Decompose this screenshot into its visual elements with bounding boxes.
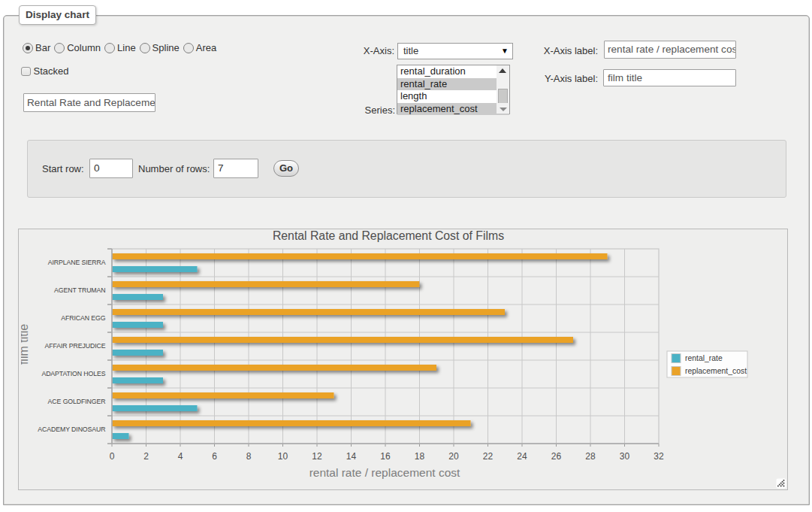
svg-text:0: 0 xyxy=(110,451,115,462)
svg-text:18: 18 xyxy=(415,451,425,462)
svg-text:Rental Rate and Replacement Co: Rental Rate and Replacement Cost of Film… xyxy=(273,229,504,242)
svg-text:ACE GOLDFINGER: ACE GOLDFINGER xyxy=(48,398,106,405)
svg-text:32: 32 xyxy=(654,451,664,462)
svg-text:10: 10 xyxy=(278,451,288,462)
svg-text:AFFAIR PREJUDICE: AFFAIR PREJUDICE xyxy=(44,342,105,350)
svg-text:24: 24 xyxy=(517,451,527,462)
svg-text:AGENT TRUMAN: AGENT TRUMAN xyxy=(54,286,105,294)
svg-text:16: 16 xyxy=(380,451,391,462)
svg-text:28: 28 xyxy=(585,451,596,462)
svg-text:film title: film title xyxy=(21,324,30,365)
svg-text:AIRPLANE SIERRA: AIRPLANE SIERRA xyxy=(48,259,106,266)
svg-text:8: 8 xyxy=(246,451,252,462)
svg-text:30: 30 xyxy=(620,451,630,462)
svg-text:AFRICAN EGG: AFRICAN EGG xyxy=(61,314,105,322)
svg-text:replacement_cost: replacement_cost xyxy=(685,367,747,375)
svg-text:rental rate / replacement cost: rental rate / replacement cost xyxy=(309,466,460,479)
svg-text:rental_rate: rental_rate xyxy=(685,354,723,362)
svg-text:20: 20 xyxy=(448,451,459,462)
svg-text:ACADEMY DINOSAUR: ACADEMY DINOSAUR xyxy=(38,426,105,433)
svg-text:6: 6 xyxy=(212,451,217,462)
svg-text:14: 14 xyxy=(346,451,357,462)
svg-text:26: 26 xyxy=(551,451,562,462)
svg-text:4: 4 xyxy=(178,451,183,462)
svg-text:2: 2 xyxy=(143,451,149,462)
svg-text:22: 22 xyxy=(483,451,494,462)
svg-text:12: 12 xyxy=(312,451,322,462)
svg-text:ADAPTATION HOLES: ADAPTATION HOLES xyxy=(41,370,105,377)
